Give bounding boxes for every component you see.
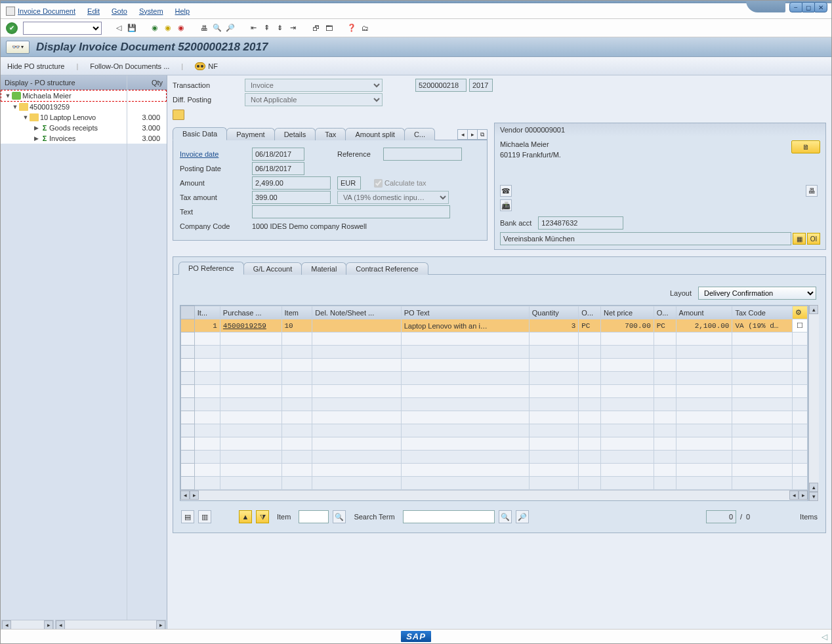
next-page-icon[interactable]: ⇟ [274, 22, 285, 34]
col-po[interactable]: Purchase ... [220, 306, 281, 319]
col-item[interactable]: Item [281, 306, 312, 319]
vendor-fax-icon[interactable]: 📠 [500, 199, 512, 211]
tab-material[interactable]: Material [301, 262, 346, 275]
search-term-input[interactable] [403, 510, 495, 523]
tree-twisty-icon[interactable]: ▶ [32, 125, 40, 131]
cell-check[interactable]: ☐ [792, 319, 808, 332]
vendor-display-button[interactable]: 🗎 [791, 140, 820, 153]
back-icon[interactable]: ◁ [113, 22, 125, 34]
col-o2[interactable]: O... [654, 306, 676, 319]
tree-row-po[interactable]: ▼ 4500019259 [1, 102, 167, 112]
prev-page-icon[interactable]: ⇞ [260, 22, 272, 34]
oi-button[interactable]: OI [807, 233, 820, 245]
col-qty[interactable]: Quantity [529, 306, 578, 319]
enter-button[interactable]: ✔ [6, 22, 18, 34]
tree-row-vendor[interactable]: ▼ Michaela Meier [1, 90, 167, 102]
tree-twisty-icon[interactable]: ▼ [4, 92, 12, 99]
nf-button[interactable]: NF [195, 62, 218, 70]
cell-tax[interactable]: VA (19% d… [732, 319, 792, 332]
menu-app-icon[interactable] [6, 7, 15, 16]
vendor-phone-icon[interactable]: ☎ [500, 185, 512, 197]
grid-scroll-down-icon[interactable]: ▾ [809, 492, 818, 501]
bank-grid-button[interactable]: ▦ [793, 233, 806, 245]
cancel-icon[interactable]: ◉ [175, 22, 187, 34]
follow-on-documents-link[interactable]: Follow-On Documents ... [90, 62, 169, 70]
col-deln[interactable]: Del. Note/Sheet ... [312, 306, 401, 319]
tab-details[interactable]: Details [274, 128, 316, 140]
print-icon[interactable]: 🖶 [198, 22, 210, 34]
grid-scroll-up2-icon[interactable]: ▴ [809, 483, 818, 492]
back-green-icon[interactable]: ◉ [149, 22, 161, 34]
tab-scroll-left-icon[interactable]: ◂ [457, 129, 468, 140]
menu-goto[interactable]: Goto [112, 7, 127, 15]
collapse-header-icon[interactable] [173, 110, 184, 120]
col-amount[interactable]: Amount [676, 306, 732, 319]
item-find-icon[interactable]: 🔍 [333, 510, 346, 523]
window-close-button[interactable]: ✕ [814, 2, 827, 12]
tab-contract-reference[interactable]: Contract Reference [346, 262, 428, 275]
menu-invoice-document[interactable]: Invoice Document [18, 7, 75, 15]
first-page-icon[interactable]: ⇤ [247, 22, 259, 34]
select-all-icon[interactable]: ▤ [181, 510, 194, 523]
row-selector-header[interactable] [181, 306, 195, 319]
window-maximize-button[interactable]: ◻ [802, 2, 815, 12]
col-potext[interactable]: PO Text [401, 306, 529, 319]
filter-icon[interactable]: ⧩ [256, 510, 269, 523]
row-selector[interactable] [181, 319, 195, 332]
grid-row-1[interactable]: 1 4500019259 10 Laptop Lenovo with an i…… [181, 319, 808, 332]
find-icon[interactable]: 🔍 [211, 22, 223, 34]
tree-row-inv[interactable]: ▶ Σ Invoices 3.000 [1, 133, 167, 144]
vendor-print-icon[interactable]: 🖶 [806, 185, 818, 197]
new-session-icon[interactable]: 🗗 [310, 22, 322, 34]
col-it[interactable]: It... [194, 306, 220, 319]
save-icon[interactable]: 💾 [126, 22, 138, 34]
help-icon[interactable]: ❓ [346, 22, 358, 34]
tab-scroll-right-icon[interactable]: ▸ [467, 129, 478, 140]
tree-twisty-icon[interactable]: ▼ [11, 104, 19, 110]
tree-row-gr[interactable]: ▶ Σ Goods receipts 3.000 [1, 123, 167, 133]
deselect-all-icon[interactable]: ▥ [198, 510, 211, 523]
scroll-left-icon[interactable]: ◂ [2, 620, 11, 630]
col-o1[interactable]: O... [579, 306, 601, 319]
scroll-right-icon[interactable]: ▸ [156, 620, 165, 630]
find-next-icon[interactable]: 🔎 [224, 22, 236, 34]
scroll-left-icon[interactable]: ◂ [56, 620, 65, 630]
grid-vscroll[interactable]: ▴ ▴ ▾ [808, 305, 819, 501]
grid-scroll-right2-icon[interactable]: ▸ [799, 491, 808, 500]
status-arrow-icon[interactable]: ◁ [822, 632, 827, 641]
tree-row-item[interactable]: ▼ 10 Laptop Lenovo 3.000 [1, 112, 167, 123]
item-number-input[interactable] [299, 510, 329, 523]
col-tax[interactable]: Tax Code [732, 306, 792, 319]
sort-asc-icon[interactable]: ▲ [239, 510, 252, 523]
menu-edit[interactable]: Edit [87, 7, 100, 15]
search-icon[interactable]: 🔍 [499, 510, 512, 523]
menu-system[interactable]: System [139, 7, 163, 15]
tab-more[interactable]: C... [404, 128, 435, 140]
last-page-icon[interactable]: ⇥ [287, 22, 299, 34]
tree-twisty-icon[interactable]: ▶ [32, 135, 40, 142]
grid-scroll-left2-icon[interactable]: ◂ [789, 491, 799, 500]
col-net[interactable]: Net price [601, 306, 654, 319]
tab-payment[interactable]: Payment [226, 128, 274, 140]
grid-scroll-left-icon[interactable]: ◂ [180, 491, 190, 500]
tab-amount-split[interactable]: Amount split [345, 128, 405, 140]
layout-select[interactable]: Delivery Confirmation [698, 287, 816, 300]
search-next-icon[interactable]: 🔎 [516, 510, 529, 523]
menu-help[interactable]: Help [175, 7, 190, 15]
scroll-right-icon[interactable]: ▸ [44, 620, 53, 630]
invoice-date-label[interactable]: Invoice date [180, 150, 252, 158]
titlebar-toggles[interactable]: 👓 ▾ [6, 41, 30, 54]
tab-gl-account[interactable]: G/L Account [243, 262, 302, 275]
shortcut-icon[interactable]: 🗔 [323, 22, 335, 34]
col-config-icon[interactable]: ⚙ [792, 306, 808, 319]
tab-basic-data[interactable]: Basic Data [173, 127, 227, 140]
command-field[interactable] [23, 22, 102, 35]
window-minimize-button[interactable]: − [789, 2, 802, 12]
tab-list-icon[interactable]: ⧉ [477, 129, 488, 140]
layout-icon[interactable]: 🗂 [359, 22, 371, 34]
grid-scroll-up-icon[interactable]: ▴ [809, 305, 818, 314]
grid-hscroll[interactable]: ◂ ▸ ◂ ▸ [180, 490, 808, 500]
hide-po-structure-link[interactable]: Hide PO structure [7, 62, 64, 70]
tab-tax[interactable]: Tax [315, 128, 346, 140]
tree-twisty-icon[interactable]: ▼ [22, 114, 30, 121]
